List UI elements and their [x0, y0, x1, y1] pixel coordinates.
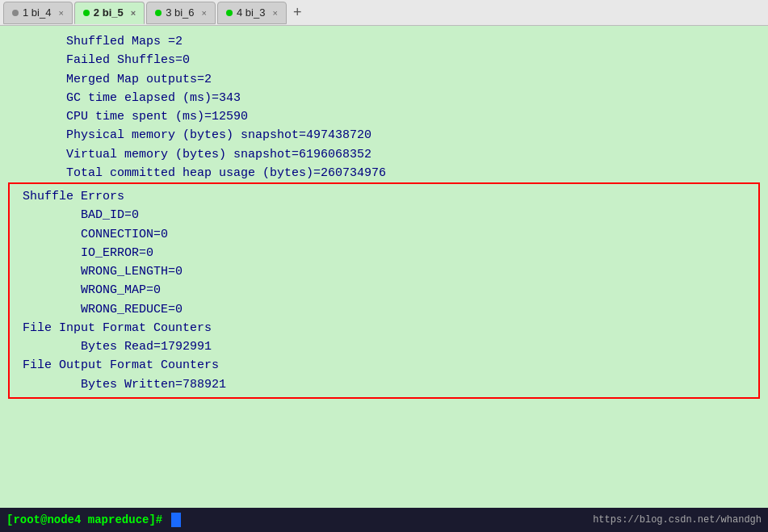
tab3-dot	[155, 10, 162, 16]
line-wrong-map: WRONG_MAP=0	[23, 281, 745, 300]
tab-4-bi3[interactable]: 4 bi_3 ×	[217, 2, 287, 24]
tab-bar: 1 bi_4 × 2 bi_5 × 3 bi_6 × 4 bi_3 × +	[0, 0, 768, 26]
tab1-close[interactable]: ×	[58, 8, 63, 18]
terminal-prompt: [root@node4 mapreduce]#	[6, 513, 181, 527]
tab2-close[interactable]: ×	[131, 8, 136, 18]
line-bytes-written: Bytes Written=788921	[23, 375, 745, 394]
watermark: https://blog.csdn.net/whandgh	[593, 514, 762, 526]
line-shuffled-maps: Shuffled Maps =2	[8, 32, 760, 51]
lines-above: Shuffled Maps =2 Failed Shuffles=0 Merge…	[0, 32, 768, 182]
line-merged-map: Merged Map outputs=2	[8, 70, 760, 89]
tab1-dot	[12, 10, 19, 16]
tab3-label: 3 bi_6	[166, 6, 194, 19]
line-virtual-memory: Virtual memory (bytes) snapshot=61960683…	[8, 145, 760, 164]
tab4-dot	[226, 10, 233, 16]
line-failed-shuffles: Failed Shuffles=0	[8, 51, 760, 69]
tab1-label: 1 bi_4	[23, 6, 51, 19]
line-total-heap: Total committed heap usage (bytes)=26073…	[8, 164, 760, 182]
line-shuffle-errors-header: Shuffle Errors	[23, 187, 745, 206]
tab3-close[interactable]: ×	[202, 8, 207, 18]
prompt-text: [root@node4 mapreduce]#	[6, 513, 170, 526]
new-tab-button[interactable]: +	[288, 4, 307, 21]
terminal-content: Shuffled Maps =2 Failed Shuffles=0 Merge…	[0, 26, 768, 508]
bottom-bar: [root@node4 mapreduce]# https://blog.csd…	[0, 508, 768, 532]
line-connection: CONNECTION=0	[23, 225, 745, 244]
line-wrong-reduce: WRONG_REDUCE=0	[23, 300, 745, 319]
line-io-error: IO_ERROR=0	[23, 244, 745, 262]
tab2-dot	[83, 10, 90, 16]
tab4-close[interactable]: ×	[272, 8, 277, 18]
line-file-output-format: File Output Format Counters	[23, 356, 745, 375]
tab2-label: 2 bi_5	[94, 6, 124, 19]
red-outlined-box: Shuffle Errors BAD_ID=0 CONNECTION=0 IO_…	[8, 182, 760, 399]
tab-2-bi5[interactable]: 2 bi_5 ×	[74, 2, 145, 24]
red-box-content: Shuffle Errors BAD_ID=0 CONNECTION=0 IO_…	[15, 187, 753, 394]
line-bad-id: BAD_ID=0	[23, 206, 745, 224]
line-bytes-read: Bytes Read=1792991	[23, 337, 745, 356]
line-file-input-format: File Input Format Counters	[23, 319, 745, 337]
line-gc-time: GC time elapsed (ms)=343	[8, 89, 760, 107]
tab4-label: 4 bi_3	[237, 6, 265, 19]
tab-3-bi6[interactable]: 3 bi_6 ×	[146, 2, 216, 24]
line-cpu-time: CPU time spent (ms)=12590	[8, 107, 760, 126]
tab-1-bi4[interactable]: 1 bi_4 ×	[3, 2, 73, 24]
line-wrong-length: WRONG_LENGTH=0	[23, 262, 745, 281]
line-physical-memory: Physical memory (bytes) snapshot=4974387…	[8, 126, 760, 145]
cursor-block	[171, 513, 181, 527]
